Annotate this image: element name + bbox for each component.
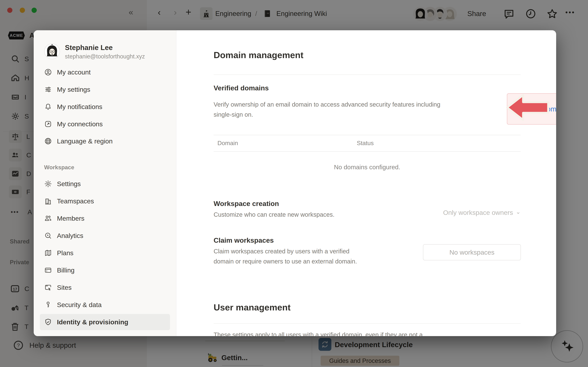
workspace-creation-dropdown[interactable]: Only workspace owners ⌄ bbox=[443, 209, 521, 216]
settings-nav-label: Members bbox=[57, 215, 84, 222]
settings-sidebar: Stephanie Lee stephanie@toolsforthought.… bbox=[34, 30, 176, 336]
settings-nav-settings[interactable]: Settings bbox=[40, 176, 170, 192]
bell-icon bbox=[44, 103, 52, 111]
settings-nav-label: Plans bbox=[57, 249, 73, 257]
shield-check-icon bbox=[44, 318, 52, 326]
claim-workspaces-heading: Claim workspaces bbox=[214, 236, 274, 244]
credit-card-icon bbox=[44, 266, 52, 274]
table-border-top bbox=[214, 135, 521, 135]
question-circle-icon bbox=[44, 335, 52, 336]
gear-icon bbox=[44, 180, 52, 188]
settings-nav-sites[interactable]: Sites bbox=[40, 279, 170, 296]
analytics-search-icon bbox=[44, 232, 52, 240]
settings-nav-my-account[interactable]: My account bbox=[40, 64, 170, 80]
claim-workspaces-description-line2: domain or require owners to use an exter… bbox=[214, 256, 357, 266]
settings-nav-label: My settings bbox=[57, 86, 90, 93]
settings-nav-my-connections[interactable]: My connections bbox=[40, 116, 170, 132]
settings-nav-label: Language & region bbox=[57, 137, 112, 145]
no-workspaces-button[interactable]: No workspaces bbox=[423, 244, 521, 260]
settings-nav-label: Settings bbox=[57, 180, 81, 188]
settings-nav-security-data[interactable]: Security & data bbox=[40, 297, 170, 313]
current-user: Stephanie Lee stephanie@toolsforthought.… bbox=[44, 43, 145, 60]
person-circle-icon bbox=[44, 68, 52, 76]
user-name: Stephanie Lee bbox=[65, 43, 145, 52]
annotation-arrow-icon bbox=[505, 93, 551, 123]
verified-domains-heading: Verified domains bbox=[214, 84, 269, 92]
page-title: Domain management bbox=[214, 50, 303, 60]
user-management-description: These settings apply to all users with a… bbox=[214, 330, 521, 336]
workspace-creation-description: Customize who can create new workspaces. bbox=[214, 209, 334, 220]
settings-nav-plans[interactable]: Plans bbox=[40, 245, 170, 261]
key-icon bbox=[44, 301, 52, 309]
settings-nav-identity-provisioning[interactable]: Identity & provisioning bbox=[40, 314, 170, 330]
user-avatar bbox=[44, 43, 60, 59]
browser-cursor-icon bbox=[44, 284, 52, 292]
members-icon bbox=[44, 214, 52, 222]
verified-domains-description: Verify ownership of an email domain to a… bbox=[214, 100, 458, 120]
section-divider bbox=[214, 75, 521, 75]
user-management-heading: User management bbox=[214, 302, 291, 312]
column-header-domain: Domain bbox=[217, 140, 238, 147]
settings-nav-contact-support[interactable]: Contact support bbox=[40, 331, 170, 336]
workspace-section-label: Workspace bbox=[44, 164, 74, 171]
chevron-down-icon: ⌄ bbox=[516, 209, 521, 215]
settings-nav-label: Analytics bbox=[57, 232, 83, 240]
settings-nav-my-settings[interactable]: My settings bbox=[40, 81, 170, 98]
dropdown-value: Only workspace owners bbox=[443, 209, 513, 216]
globe-icon bbox=[44, 137, 52, 145]
section-divider bbox=[214, 323, 521, 324]
settings-nav-language-region[interactable]: Language & region bbox=[40, 133, 170, 149]
settings-nav-members[interactable]: Members bbox=[40, 210, 170, 226]
settings-nav-analytics[interactable]: Analytics bbox=[40, 227, 170, 244]
buildings-icon bbox=[44, 197, 52, 205]
sliders-icon bbox=[44, 85, 52, 93]
user-email: stephanie@toolsforthought.xyz bbox=[65, 53, 145, 60]
table-border-bottom bbox=[214, 151, 521, 152]
settings-nav-label: My notifications bbox=[57, 103, 102, 110]
settings-nav-teamspaces[interactable]: Teamspaces bbox=[40, 193, 170, 209]
settings-nav-label: Security & data bbox=[57, 301, 102, 309]
settings-nav-my-notifications[interactable]: My notifications bbox=[40, 99, 170, 115]
settings-modal: Stephanie Lee stephanie@toolsforthought.… bbox=[34, 30, 556, 336]
table-empty-state: No domains configured. bbox=[214, 164, 521, 171]
settings-nav-label: My account bbox=[57, 68, 91, 76]
external-link-icon bbox=[44, 120, 52, 128]
settings-nav-billing[interactable]: Billing bbox=[40, 262, 170, 278]
claim-workspaces-description-line1: Claim workspaces created by users with a… bbox=[214, 246, 349, 256]
settings-nav-label: My connections bbox=[57, 120, 103, 128]
column-header-status: Status bbox=[357, 140, 374, 147]
map-icon bbox=[44, 249, 52, 257]
settings-nav-label: Teamspaces bbox=[57, 197, 94, 205]
settings-nav-label: Identity & provisioning bbox=[57, 318, 128, 326]
workspace-creation-heading: Workspace creation bbox=[214, 200, 279, 208]
settings-nav-label: Billing bbox=[57, 267, 75, 274]
settings-nav-label: Contact support bbox=[57, 336, 104, 336]
settings-nav-label: Sites bbox=[57, 284, 72, 291]
